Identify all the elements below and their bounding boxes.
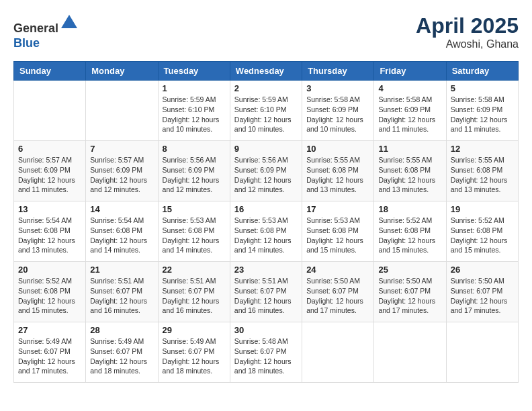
day-info: Sunrise: 5:49 AM Sunset: 6:07 PM Dayligh…	[163, 336, 226, 376]
calendar-cell: 13Sunrise: 5:54 AM Sunset: 6:08 PM Dayli…	[14, 201, 86, 262]
calendar-cell: 6Sunrise: 5:57 AM Sunset: 6:09 PM Daylig…	[14, 141, 86, 201]
calendar-cell: 30Sunrise: 5:48 AM Sunset: 6:07 PM Dayli…	[230, 322, 302, 383]
calendar-cell: 9Sunrise: 5:56 AM Sunset: 6:09 PM Daylig…	[230, 141, 302, 201]
calendar-week-row: 20Sunrise: 5:52 AM Sunset: 6:08 PM Dayli…	[14, 262, 519, 322]
title-block: April 2025 Awoshi, Ghana	[416, 13, 519, 50]
day-number: 10	[306, 144, 369, 154]
calendar-cell	[374, 322, 446, 383]
calendar-week-row: 1Sunrise: 5:59 AM Sunset: 6:10 PM Daylig…	[14, 81, 519, 141]
day-info: Sunrise: 5:53 AM Sunset: 6:08 PM Dayligh…	[234, 216, 298, 255]
day-number: 12	[451, 144, 514, 154]
day-number: 25	[378, 265, 441, 275]
day-number: 27	[18, 325, 81, 335]
day-number: 5	[451, 83, 514, 93]
calendar-cell: 29Sunrise: 5:49 AM Sunset: 6:07 PM Dayli…	[158, 322, 230, 383]
weekday-header-monday: Monday	[86, 62, 158, 81]
day-info: Sunrise: 5:49 AM Sunset: 6:07 PM Dayligh…	[18, 336, 81, 376]
day-number: 28	[90, 325, 153, 335]
calendar-cell: 15Sunrise: 5:53 AM Sunset: 6:08 PM Dayli…	[158, 201, 230, 262]
day-number: 17	[306, 204, 369, 214]
weekday-header-tuesday: Tuesday	[158, 62, 230, 81]
calendar-cell	[446, 322, 518, 383]
logo-general: General	[13, 21, 58, 35]
day-number: 18	[378, 204, 441, 214]
day-info: Sunrise: 5:48 AM Sunset: 6:07 PM Dayligh…	[234, 336, 298, 376]
calendar-table: SundayMondayTuesdayWednesdayThursdayFrid…	[13, 61, 519, 383]
day-info: Sunrise: 5:58 AM Sunset: 6:09 PM Dayligh…	[306, 95, 369, 134]
calendar-cell: 21Sunrise: 5:51 AM Sunset: 6:07 PM Dayli…	[86, 262, 158, 322]
day-info: Sunrise: 5:57 AM Sunset: 6:09 PM Dayligh…	[90, 155, 153, 195]
day-info: Sunrise: 5:55 AM Sunset: 6:08 PM Dayligh…	[306, 155, 369, 195]
logo: General Blue	[13, 13, 79, 50]
day-number: 2	[234, 83, 298, 93]
day-info: Sunrise: 5:55 AM Sunset: 6:08 PM Dayligh…	[451, 155, 514, 195]
day-info: Sunrise: 5:56 AM Sunset: 6:09 PM Dayligh…	[234, 155, 298, 195]
day-number: 9	[234, 144, 298, 154]
day-number: 11	[378, 144, 441, 154]
svg-marker-0	[61, 15, 77, 28]
day-number: 20	[18, 265, 81, 275]
day-number: 13	[18, 204, 81, 214]
calendar-cell: 14Sunrise: 5:54 AM Sunset: 6:08 PM Dayli…	[86, 201, 158, 262]
location-title: Awoshi, Ghana	[416, 38, 519, 50]
day-number: 7	[90, 144, 153, 154]
day-number: 19	[451, 204, 514, 214]
calendar-cell: 23Sunrise: 5:51 AM Sunset: 6:07 PM Dayli…	[230, 262, 302, 322]
day-number: 23	[234, 265, 298, 275]
day-number: 16	[234, 204, 298, 214]
weekday-header-wednesday: Wednesday	[230, 62, 302, 81]
calendar-cell: 17Sunrise: 5:53 AM Sunset: 6:08 PM Dayli…	[302, 201, 374, 262]
calendar-cell: 27Sunrise: 5:49 AM Sunset: 6:07 PM Dayli…	[14, 322, 86, 383]
calendar-cell: 22Sunrise: 5:51 AM Sunset: 6:07 PM Dayli…	[158, 262, 230, 322]
day-info: Sunrise: 5:58 AM Sunset: 6:09 PM Dayligh…	[451, 95, 514, 134]
calendar-cell: 10Sunrise: 5:55 AM Sunset: 6:08 PM Dayli…	[302, 141, 374, 201]
calendar-cell: 12Sunrise: 5:55 AM Sunset: 6:08 PM Dayli…	[446, 141, 518, 201]
day-number: 8	[163, 144, 226, 154]
page-header: General Blue April 2025 Awoshi, Ghana	[13, 13, 519, 50]
weekday-header-row: SundayMondayTuesdayWednesdayThursdayFrid…	[14, 62, 519, 81]
logo-icon	[60, 13, 79, 32]
calendar-week-row: 27Sunrise: 5:49 AM Sunset: 6:07 PM Dayli…	[14, 322, 519, 383]
weekday-header-sunday: Sunday	[14, 62, 86, 81]
day-number: 26	[451, 265, 514, 275]
day-number: 1	[163, 83, 226, 93]
calendar-cell: 28Sunrise: 5:49 AM Sunset: 6:07 PM Dayli…	[86, 322, 158, 383]
day-number: 30	[234, 325, 298, 335]
weekday-header-thursday: Thursday	[302, 62, 374, 81]
day-info: Sunrise: 5:50 AM Sunset: 6:07 PM Dayligh…	[451, 276, 514, 316]
weekday-header-friday: Friday	[374, 62, 446, 81]
day-info: Sunrise: 5:51 AM Sunset: 6:07 PM Dayligh…	[90, 276, 153, 316]
calendar-cell: 1Sunrise: 5:59 AM Sunset: 6:10 PM Daylig…	[158, 81, 230, 141]
day-info: Sunrise: 5:49 AM Sunset: 6:07 PM Dayligh…	[90, 336, 153, 376]
calendar-cell: 18Sunrise: 5:52 AM Sunset: 6:08 PM Dayli…	[374, 201, 446, 262]
day-info: Sunrise: 5:59 AM Sunset: 6:10 PM Dayligh…	[163, 95, 226, 134]
day-number: 21	[90, 265, 153, 275]
day-info: Sunrise: 5:57 AM Sunset: 6:09 PM Dayligh…	[18, 155, 81, 195]
calendar-cell: 16Sunrise: 5:53 AM Sunset: 6:08 PM Dayli…	[230, 201, 302, 262]
weekday-header-saturday: Saturday	[446, 62, 518, 81]
day-number: 22	[163, 265, 226, 275]
logo-blue: Blue	[13, 36, 40, 50]
day-info: Sunrise: 5:52 AM Sunset: 6:08 PM Dayligh…	[378, 216, 441, 255]
day-info: Sunrise: 5:54 AM Sunset: 6:08 PM Dayligh…	[90, 216, 153, 255]
calendar-cell: 3Sunrise: 5:58 AM Sunset: 6:09 PM Daylig…	[302, 81, 374, 141]
day-number: 14	[90, 204, 153, 214]
day-number: 29	[163, 325, 226, 335]
calendar-cell: 5Sunrise: 5:58 AM Sunset: 6:09 PM Daylig…	[446, 81, 518, 141]
calendar-cell: 19Sunrise: 5:52 AM Sunset: 6:08 PM Dayli…	[446, 201, 518, 262]
calendar-cell: 25Sunrise: 5:50 AM Sunset: 6:07 PM Dayli…	[374, 262, 446, 322]
day-info: Sunrise: 5:50 AM Sunset: 6:07 PM Dayligh…	[378, 276, 441, 316]
calendar-cell: 20Sunrise: 5:52 AM Sunset: 6:08 PM Dayli…	[14, 262, 86, 322]
calendar-cell: 8Sunrise: 5:56 AM Sunset: 6:09 PM Daylig…	[158, 141, 230, 201]
day-info: Sunrise: 5:52 AM Sunset: 6:08 PM Dayligh…	[18, 276, 81, 316]
calendar-week-row: 6Sunrise: 5:57 AM Sunset: 6:09 PM Daylig…	[14, 141, 519, 201]
day-info: Sunrise: 5:55 AM Sunset: 6:08 PM Dayligh…	[378, 155, 441, 195]
calendar-cell	[86, 81, 158, 141]
day-number: 6	[18, 144, 81, 154]
day-number: 24	[306, 265, 369, 275]
day-info: Sunrise: 5:52 AM Sunset: 6:08 PM Dayligh…	[451, 216, 514, 255]
calendar-cell: 4Sunrise: 5:58 AM Sunset: 6:09 PM Daylig…	[374, 81, 446, 141]
calendar-cell: 2Sunrise: 5:59 AM Sunset: 6:10 PM Daylig…	[230, 81, 302, 141]
day-info: Sunrise: 5:51 AM Sunset: 6:07 PM Dayligh…	[163, 276, 226, 316]
day-info: Sunrise: 5:53 AM Sunset: 6:08 PM Dayligh…	[163, 216, 226, 255]
